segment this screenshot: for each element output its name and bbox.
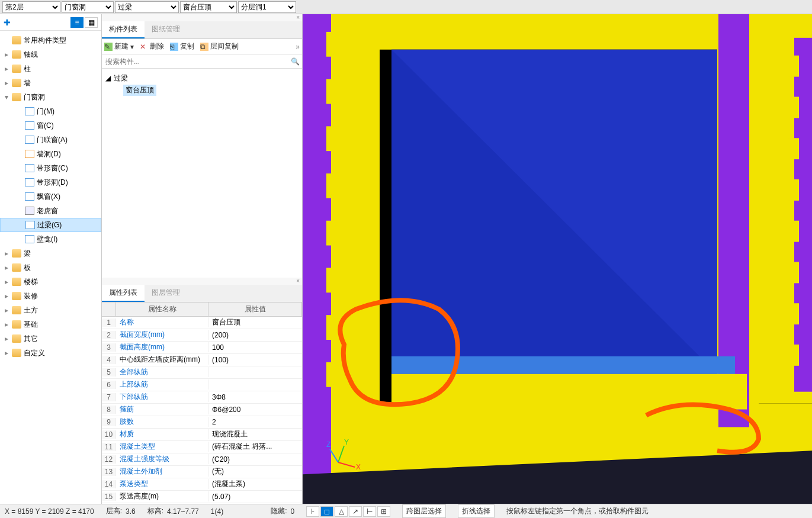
svg-line-31 (338, 462, 355, 467)
component-tree[interactable]: ◢过梁 窗台压顶 (102, 69, 302, 278)
svg-rect-21 (788, 179, 799, 201)
tree-item[interactable]: 常用构件类型 (0, 33, 101, 47)
svg-rect-20 (788, 138, 799, 159)
grid-view-icon[interactable]: ▦ (85, 17, 98, 28)
tree-item[interactable]: ▸楼梯 (0, 275, 101, 289)
add-icon[interactable]: ✚ (4, 18, 11, 27)
svg-rect-9 (794, 38, 812, 392)
copy-button[interactable]: ⎘复制 (170, 41, 194, 52)
prop-row[interactable]: 12混凝土强度等级(C20) (102, 453, 302, 466)
polyline-select-button[interactable]: 折线选择 (458, 504, 495, 518)
prop-row[interactable]: 15泵送高度(m)(5.07) (102, 491, 302, 503)
selection-count: 1(4) (211, 507, 223, 516)
svg-rect-19 (788, 96, 799, 118)
property-tabs: 属性列表 图层管理 (102, 285, 302, 303)
svg-text:Y: Y (344, 439, 349, 446)
tab-drawing-mgmt[interactable]: 图纸管理 (145, 21, 187, 38)
layer-select[interactable]: 分层洞1 (238, 1, 296, 13)
tree-item[interactable]: ▸土方 (0, 303, 101, 317)
tree-item[interactable]: ▾门窗洞 (0, 90, 101, 104)
viewport-3d[interactable]: X Y Z (303, 14, 812, 504)
close-icon[interactable]: × (102, 278, 302, 285)
component-tabs: 构件列表 图纸管理 (102, 21, 302, 39)
tree-item[interactable]: ▸其它 (0, 332, 101, 346)
mid-panel: × 构件列表 图纸管理 ✎新建▾ ✕删除 ⎘复制 ⧉层间复制 » 🔍 ◢过梁 窗… (102, 14, 303, 504)
cross-layer-select-button[interactable]: 跨图层选择 (402, 504, 446, 518)
prop-row[interactable]: 7下部纵筋3Φ8 (102, 391, 302, 404)
tab-component-list[interactable]: 构件列表 (102, 21, 145, 38)
nav-tree-panel: ✚ ≡ ▦ 常用构件类型▸轴线▸柱▸墙▾门窗洞门(M)窗(C)门联窗(A)墙洞(… (0, 14, 102, 504)
tree-item[interactable]: 老虎窗 (0, 204, 101, 218)
tree-item[interactable]: 带形洞(D) (0, 175, 101, 189)
tree-item[interactable]: 飘窗(X) (0, 189, 101, 204)
floor-select[interactable]: 第2层 (2, 1, 60, 13)
tab-layer-mgmt[interactable]: 图层管理 (145, 285, 187, 302)
tree-item[interactable]: ▸板 (0, 260, 101, 275)
prop-row[interactable]: 3截面高度(mm)100 (102, 342, 302, 354)
tree-item[interactable]: 门联窗(A) (0, 133, 101, 147)
search-icon[interactable]: 🔍 (288, 54, 302, 68)
prop-header-value: 属性值 (208, 303, 302, 316)
category-select[interactable]: 门窗洞 (62, 1, 114, 13)
search-input[interactable] (102, 54, 288, 68)
close-icon[interactable]: × (102, 14, 302, 21)
type-select[interactable]: 过梁 (115, 1, 179, 13)
new-button[interactable]: ✎新建▾ (104, 41, 134, 52)
tree-item[interactable]: ▸装修 (0, 289, 101, 303)
svg-rect-28 (391, 356, 735, 374)
svg-rect-17 (326, 362, 339, 387)
prop-header-name: 属性名称 (116, 303, 208, 316)
svg-rect-25 (788, 345, 799, 366)
prop-row[interactable]: 13混凝土外加剂(无) (102, 466, 302, 478)
svg-rect-14 (326, 221, 339, 246)
nav-tree[interactable]: 常用构件类型▸轴线▸柱▸墙▾门窗洞门(M)窗(C)门联窗(A)墙洞(D)带形窗(… (0, 31, 101, 504)
tree-item[interactable]: 壁龛(I) (0, 232, 101, 246)
subtype-select[interactable]: 窗台压顶 (180, 1, 237, 13)
tree-item[interactable]: ▸柱 (0, 62, 101, 76)
prop-row[interactable]: 6上部纵筋 (102, 379, 302, 391)
tree-item[interactable]: 过梁(G) (0, 218, 101, 232)
hint-text: 按鼠标左键指定第一个角点，或拾取构件图元 (506, 506, 649, 516)
prop-row[interactable]: 11混凝土类型(碎石混凝土 坍落... (102, 441, 302, 453)
prop-row[interactable]: 4中心线距左墙皮距离(mm)(100) (102, 354, 302, 366)
svg-text:X: X (356, 463, 361, 471)
tree-item[interactable]: ▸基础 (0, 317, 101, 332)
tree-item[interactable]: 带形窗(C) (0, 161, 101, 175)
tree-item[interactable]: ▸自定义 (0, 346, 101, 360)
svg-text:Z: Z (326, 440, 330, 449)
status-bar: X = 8159 Y = 2109 Z = 4170 层高:3.6 标高:4.1… (0, 504, 812, 518)
component-tree-selected[interactable]: 窗台压顶 (105, 84, 299, 96)
prop-row[interactable]: 14泵送类型(混凝土泵) (102, 478, 302, 491)
floor-copy-button[interactable]: ⧉层间复制 (200, 41, 239, 52)
snap-icons[interactable]: ⊦◻△↗⊢⊞ (306, 506, 390, 517)
tree-item[interactable]: ▸墙 (0, 76, 101, 90)
prop-row[interactable]: 10材质现浇混凝土 (102, 429, 302, 441)
delete-button[interactable]: ✕删除 (140, 41, 164, 52)
svg-rect-12 (326, 126, 339, 151)
tree-item[interactable]: ▸梁 (0, 246, 101, 260)
svg-rect-15 (326, 268, 339, 292)
list-view-icon[interactable]: ≡ (70, 17, 84, 28)
svg-rect-10 (326, 32, 339, 57)
svg-line-33 (338, 446, 344, 462)
svg-rect-22 (788, 221, 799, 242)
svg-rect-16 (326, 315, 339, 340)
prop-row[interactable]: 9肢数2 (102, 416, 302, 429)
prop-row[interactable]: 2截面宽度(mm)(200) (102, 329, 302, 342)
svg-rect-24 (788, 303, 799, 324)
svg-line-35 (330, 449, 338, 462)
prop-row[interactable]: 8箍筋Φ6@200 (102, 404, 302, 416)
svg-marker-3 (380, 14, 747, 50)
component-toolbar: ✎新建▾ ✕删除 ⎘复制 ⧉层间复制 » (102, 39, 302, 54)
tree-item[interactable]: 墙洞(D) (0, 147, 101, 161)
tree-item[interactable]: 窗(C) (0, 118, 101, 133)
svg-rect-13 (326, 173, 339, 198)
prop-row[interactable]: 5全部纵筋 (102, 366, 302, 379)
tree-item[interactable]: 门(M) (0, 104, 101, 118)
prop-row[interactable]: 1名称窗台压顶 (102, 317, 302, 329)
tree-item[interactable]: ▸轴线 (0, 47, 101, 62)
tab-properties[interactable]: 属性列表 (102, 285, 145, 302)
more-icon[interactable]: » (296, 43, 300, 51)
svg-rect-11 (326, 79, 339, 104)
axis-gizmo: X Y Z (326, 439, 362, 474)
